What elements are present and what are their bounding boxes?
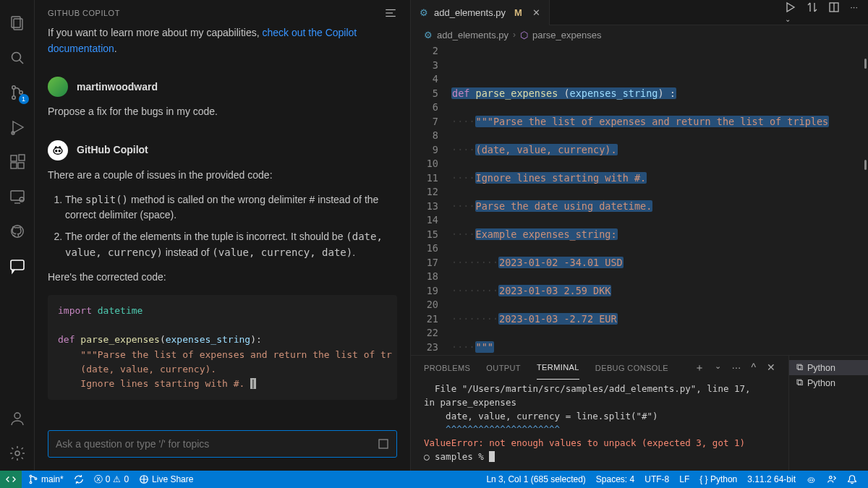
eol[interactable]: LF [674,474,694,484]
panel-close-icon[interactable]: ✕ [767,361,775,374]
python-file-icon: ⚙ [424,30,433,40]
cursor-position[interactable]: Ln 3, Col 1 (685 selected) [481,474,590,484]
terminal-dropdown-icon[interactable]: ⌄ [715,361,721,374]
bottom-panel: PROBLEMS OUTPUT TERMINAL DEBUG CONSOLE ＋… [411,355,868,471]
svg-point-19 [15,451,20,455]
copilot-code-block[interactable]: import datetime def parse_expenses(expen… [48,295,397,400]
svg-rect-11 [18,163,24,168]
remote-explorer-icon[interactable] [0,179,35,214]
language-mode[interactable]: { } Python [694,474,742,484]
sidebar-title: GITHUB COPILOT [48,9,120,17]
svg-rect-1 [14,19,22,30]
settings-gear-icon[interactable] [0,436,35,471]
live-share-button[interactable]: Live Share [134,474,198,484]
svg-point-24 [56,150,57,152]
svg-point-37 [830,476,833,479]
branch-indicator[interactable]: main* [23,474,69,484]
svg-point-31 [30,481,32,484]
code-editor[interactable]: 2345678910111213141516171819202122232425… [411,44,868,355]
new-terminal-icon[interactable]: ＋ [694,361,705,374]
terminal-list: ⧉Python ⧉Python [788,356,868,471]
source-control-icon[interactable]: 1 [0,75,35,110]
overview-ruler-mark [864,59,867,69]
tab-modified-indicator: M [514,7,522,18]
chat-username: martinwoodward [77,80,158,95]
tab-close-icon[interactable]: ✕ [532,7,540,18]
breadcrumb-symbol[interactable]: parse_expenses [532,30,601,40]
svg-rect-12 [19,155,25,160]
chat-input[interactable] [48,430,397,458]
terminal-item[interactable]: ⧉Python [789,375,868,390]
svg-line-3 [20,60,23,64]
sidebar-menu-icon[interactable] [384,7,397,20]
panel-more-icon[interactable]: ··· [732,361,741,374]
user-prompt: Propose a fix for the bugs in my code. [48,104,397,120]
copilot-avatar [48,140,68,160]
chat-intro-text: If you want to learn more about my capab… [48,27,262,38]
terminal-shell-icon: ⧉ [796,377,803,388]
encoding[interactable]: UTF-8 [639,474,674,484]
terminal-output[interactable]: File "/Users/martin/src/samples/add_elem… [411,380,788,471]
remote-indicator[interactable] [0,471,22,488]
code-lines[interactable]: def parse_expenses (expenses_string) : ·… [451,44,868,355]
svg-rect-17 [11,260,24,270]
copilot-chat-icon[interactable] [0,249,35,283]
svg-rect-9 [11,155,17,161]
chat-stop-icon[interactable] [378,438,389,450]
panel-tab-terminal[interactable]: TERMINAL [537,356,579,380]
breadcrumb-file[interactable]: add_elements.py [437,30,509,40]
copilot-name: GitHub Copilot [77,142,148,158]
copilot-issue-list: The split() method is called on the wron… [65,192,397,261]
svg-rect-13 [11,191,24,200]
symbol-icon: ⬡ [520,30,528,40]
github-icon[interactable] [0,214,35,249]
activity-bar: 1 [0,0,35,471]
run-play-icon[interactable]: ⌄ [785,1,796,24]
panel-tab-debug[interactable]: DEBUG CONSOLE [595,356,668,380]
search-icon[interactable] [0,40,35,75]
svg-point-34 [808,478,814,482]
run-debug-icon[interactable] [0,110,35,145]
copilot-response-intro: There are a couple of issues in the prov… [48,168,397,184]
split-editor-icon[interactable] [828,1,840,24]
line-gutter: 2345678910111213141516171819202122232425 [411,44,451,355]
explorer-icon[interactable] [0,6,35,40]
svg-point-2 [12,53,20,61]
extensions-icon[interactable] [0,145,35,179]
svg-rect-10 [11,163,17,168]
problems-indicator[interactable]: ⓧ0 ⚠0 [89,474,134,486]
sync-indicator[interactable] [69,474,89,484]
notifications-icon[interactable] [842,474,862,484]
scm-badge: 1 [19,94,29,104]
panel-tab-problems[interactable]: PROBLEMS [424,356,470,380]
breadcrumb[interactable]: ⚙ add_elements.py › ⬡ parse_expenses [411,25,868,44]
editor-region: ⚙ add_elements.py M ✕ ⌄ ··· ⚙ add_elemen… [411,0,868,471]
status-bar: main* ⓧ0 ⚠0 Live Share Ln 3, Col 1 (685 … [0,471,868,488]
chat-scroll[interactable]: If you want to learn more about my capab… [35,25,410,421]
python-file-icon: ⚙ [420,7,428,18]
terminal-shell-icon: ⧉ [796,362,803,373]
svg-rect-26 [379,440,388,448]
tab-filename: add_elements.py [434,7,506,18]
panel-tab-output[interactable]: OUTPUT [486,356,521,380]
svg-point-5 [12,96,14,99]
svg-point-25 [59,150,60,152]
corrected-code-label: Here's the corrected code: [48,270,397,286]
indentation[interactable]: Spaces: 4 [591,474,639,484]
feedback-icon[interactable] [822,474,842,484]
svg-point-36 [812,479,812,480]
copilot-status-icon[interactable] [801,474,822,485]
tab-add-elements[interactable]: ⚙ add_elements.py M ✕ [411,0,550,25]
svg-point-23 [54,147,62,154]
svg-point-15 [20,197,24,202]
svg-marker-27 [787,3,794,12]
more-icon[interactable]: ··· [850,1,858,24]
chat-input-field[interactable] [56,438,378,450]
panel-maximize-icon[interactable]: ^ [752,361,757,374]
terminal-item[interactable]: ⧉Python [789,360,868,375]
copilot-sidebar: GITHUB COPILOT If you want to learn more… [35,0,411,471]
python-interpreter[interactable]: 3.11.2 64-bit [742,474,801,484]
compare-icon[interactable] [807,1,818,24]
account-icon[interactable] [0,401,35,436]
svg-marker-7 [13,121,23,133]
